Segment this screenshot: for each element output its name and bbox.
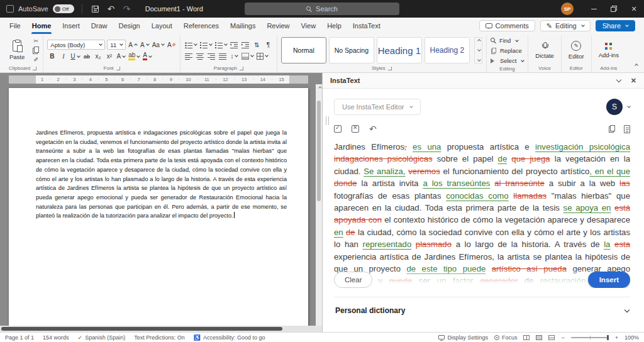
editing-mode-button[interactable]: ✎Editing (540, 20, 591, 31)
insertion-segment[interactable]: se apoya en (564, 203, 611, 212)
accept-all-button[interactable] (334, 125, 341, 133)
underline-button[interactable]: U (70, 52, 80, 61)
tab-layout[interactable]: Layout (146, 18, 178, 34)
dialog-launcher-icon[interactable] (240, 67, 243, 70)
page-indicator[interactable]: Page 1 of 1 (5, 334, 34, 341)
instatext-editor-dropdown[interactable]: Use InstaText Editor (334, 99, 421, 115)
justify-button[interactable] (218, 52, 228, 61)
panel-close-icon[interactable]: ✕ (631, 77, 636, 85)
style-heading-1[interactable]: Heading 1 (377, 37, 422, 63)
decrease-indent-button[interactable] (230, 40, 239, 50)
close-button[interactable]: ✕ (624, 0, 644, 18)
read-mode-button[interactable] (523, 335, 530, 340)
deletion-segment[interactable]: indagaciones psicológicas (334, 154, 433, 163)
text-predictions[interactable]: Text Predictions: On (134, 334, 185, 341)
select-button[interactable]: Select (491, 57, 524, 65)
dialog-launcher-icon[interactable] (388, 67, 392, 70)
insertion-segment[interactable]: la (604, 240, 610, 249)
align-center-button[interactable] (196, 52, 205, 61)
autosave-toggle[interactable]: Off (53, 4, 74, 13)
insertion-segment[interactable]: Se analiza, (364, 167, 405, 176)
subscript-button[interactable]: x₂ (94, 52, 103, 61)
multilevel-list-button[interactable] (214, 40, 228, 50)
deletion-segment[interactable]: esta (614, 240, 630, 249)
web-layout-button[interactable] (548, 335, 555, 340)
deletion-segment[interactable]: veremos (408, 167, 440, 176)
zoom-level[interactable]: 100% (625, 334, 639, 341)
zoom-out-button[interactable]: − (561, 334, 564, 341)
bold-button[interactable]: B (47, 52, 57, 61)
font-size-select[interactable]: 11 (107, 40, 126, 50)
numbering-button[interactable] (199, 40, 213, 50)
tab-view[interactable]: View (295, 18, 321, 34)
zoom-slider[interactable] (571, 337, 609, 338)
collapse-ribbon-button[interactable] (633, 57, 638, 69)
borders-button[interactable] (256, 52, 269, 61)
save-button[interactable] (90, 3, 101, 14)
print-layout-button[interactable] (536, 335, 542, 340)
clear-formatting-button[interactable]: A (167, 40, 176, 50)
tab-help[interactable]: Help (321, 18, 347, 34)
tab-insert[interactable]: Insert (57, 18, 86, 34)
tab-draw[interactable]: Draw (86, 18, 113, 34)
line-spacing-button[interactable]: ↕ (230, 52, 239, 61)
highlight-button[interactable]: ab (128, 52, 140, 61)
dictate-button[interactable]: Dictate (532, 42, 557, 59)
replace-button[interactable]: Replace (491, 47, 524, 55)
insertion-segment[interactable]: representado (363, 240, 412, 249)
insertion-segment[interactable]: conocidas como (446, 191, 508, 201)
vertical-scroll-thumb[interactable] (317, 101, 321, 201)
deletion-segment[interactable]: llamadas (513, 191, 547, 201)
tab-review[interactable]: Review (261, 18, 295, 34)
deletion-segment[interactable]: las (619, 179, 630, 188)
increase-indent-button[interactable] (241, 40, 250, 50)
editor-button[interactable]: ✎ Editor (565, 41, 587, 60)
zoom-slider-thumb[interactable] (607, 335, 609, 340)
change-case-button[interactable]: Aa (152, 40, 165, 50)
horizontal-scroll-thumb[interactable] (1, 327, 282, 331)
copy-button[interactable] (33, 47, 39, 54)
strikethrough-button[interactable]: ab (82, 52, 92, 61)
minimize-button[interactable] (584, 0, 604, 18)
copy-text-button[interactable] (609, 125, 615, 133)
user-avatar[interactable]: SP (561, 3, 574, 15)
comments-button[interactable]: Comments (479, 20, 535, 31)
cut-button[interactable]: ✂ (34, 38, 39, 44)
restore-button[interactable] (604, 0, 624, 18)
style-heading-2[interactable]: Heading 2 (425, 37, 470, 63)
dialog-launcher-icon[interactable] (33, 67, 36, 70)
insertion-segment[interactable]: investigación psicológica (535, 142, 630, 152)
share-button[interactable]: Share (596, 20, 635, 31)
focus-button[interactable]: Focus (494, 334, 518, 341)
show-formatting-button[interactable]: ¶ (264, 40, 273, 50)
style-no-spacing[interactable]: No Spacing (329, 37, 374, 63)
tab-home[interactable]: Home (26, 18, 57, 34)
tab-file[interactable]: File (4, 18, 26, 34)
dialog-launcher-icon[interactable] (116, 67, 120, 70)
styles-gallery-scrollbar[interactable] (474, 37, 482, 63)
search-box[interactable]: Search (245, 3, 399, 15)
accessibility-status[interactable]: ♿Accessibility: Good to go (194, 334, 265, 341)
vertical-scrollbar[interactable] (316, 84, 322, 326)
word-count[interactable]: 154 words (43, 334, 69, 341)
document-page[interactable]: Jardines Efímeros, propuesta artística e… (9, 88, 308, 332)
horizontal-scrollbar[interactable] (0, 326, 316, 332)
style-normal[interactable]: Normal (281, 37, 326, 63)
text-effects-button[interactable]: A (116, 52, 126, 61)
sort-button[interactable]: ⇅ (252, 40, 262, 50)
font-color-button[interactable]: A (142, 52, 152, 61)
addins-button[interactable]: Add-ins (596, 43, 622, 58)
italic-button[interactable]: I (58, 52, 68, 61)
zoom-in-button[interactable]: + (615, 334, 618, 341)
deletion-segment[interactable]: plasmado (416, 240, 452, 249)
deletion-segment[interactable]: de (346, 228, 355, 237)
shading-button[interactable] (241, 52, 254, 61)
shrink-font-button[interactable]: A (140, 40, 150, 50)
deletion-segment[interactable]: al transeúnte (494, 179, 545, 188)
deletion-segment[interactable]: donde (334, 179, 357, 188)
tab-mailings[interactable]: Mailings (225, 18, 261, 34)
panel-drag-handle[interactable] (326, 116, 329, 125)
align-left-button[interactable] (184, 52, 194, 61)
display-settings-button[interactable]: Display Settings (438, 334, 488, 341)
bullets-button[interactable] (184, 40, 197, 50)
